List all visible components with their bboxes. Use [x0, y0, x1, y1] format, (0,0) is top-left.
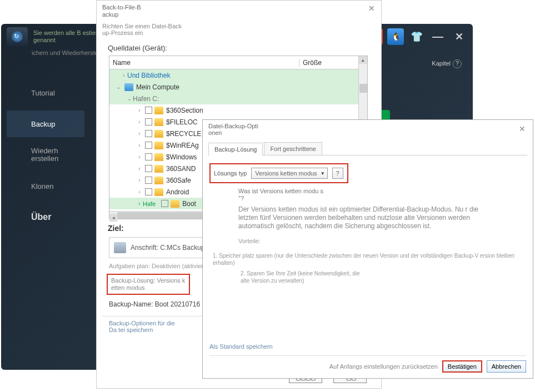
- expand-icon[interactable]: ›: [136, 165, 143, 172]
- solution-type-row: Lösungs typ Versions ketten modus ?: [209, 163, 348, 183]
- backup-dialog-subtitle: Richten Sie einen Datei-Back up-Prozess …: [97, 21, 191, 41]
- expand-icon[interactable]: ›: [136, 107, 143, 113]
- close-button[interactable]: ✕: [451, 28, 467, 45]
- tree-disk-c[interactable]: ⌄Hafen C:: [109, 93, 358, 104]
- computer-icon: [124, 83, 133, 91]
- advantage-2: 2. Sparen Sie Ihre Zeit (keine Notwendig…: [209, 270, 365, 284]
- backup-solution-link[interactable]: Backup-Lösung: Versions k etten modus: [107, 274, 190, 295]
- scroll-up-icon[interactable]: ▴: [359, 56, 367, 64]
- col-size[interactable]: Größe: [299, 59, 355, 67]
- backup-dialog-title: Back-to-File-B ackup: [102, 4, 158, 18]
- checkbox[interactable]: [145, 118, 152, 125]
- folder-icon: [154, 153, 163, 161]
- confirm-button[interactable]: Bestätigen: [442, 360, 482, 373]
- folder-icon: [154, 107, 163, 114]
- solution-type-label: Lösungs typ: [214, 170, 247, 177]
- desc-heading: Was ist Versions ketten modu s "?: [238, 188, 327, 202]
- cancel-button[interactable]: Abbrechen: [487, 360, 526, 373]
- scroll-left-icon[interactable]: ◂: [109, 214, 117, 222]
- checkbox[interactable]: [145, 153, 152, 160]
- skin-icon[interactable]: 👕: [408, 28, 425, 45]
- kapitel-label: Kapitel?: [432, 59, 462, 68]
- tabs: Backup-Lösung Fort geschrittene: [208, 142, 527, 155]
- folder-icon: [154, 118, 163, 126]
- reset-defaults-link[interactable]: Auf Anfangs einstellungen zurücksetzen: [329, 363, 438, 370]
- expand-icon[interactable]: ›: [136, 154, 143, 160]
- app-title: Sie werden alle B estien genannt: [33, 29, 100, 44]
- folder-icon: [154, 188, 163, 196]
- options-dialog: Datei-Backup-Opti onen ✕ Backup-Lösung F…: [202, 119, 533, 379]
- advantages-label: Vorteile:: [238, 237, 497, 245]
- folder-icon: [154, 142, 163, 149]
- options-dialog-title: Datei-Backup-Opti onen: [203, 120, 269, 139]
- expand-icon[interactable]: ›: [121, 72, 127, 78]
- checkbox[interactable]: [145, 177, 152, 184]
- folder-icon: [171, 200, 179, 208]
- checkbox[interactable]: [145, 107, 152, 114]
- help-button[interactable]: ?: [332, 168, 343, 179]
- help-icon[interactable]: ?: [453, 59, 462, 68]
- sidebar-item-backup[interactable]: Backup: [7, 110, 84, 137]
- checkbox[interactable]: [145, 165, 152, 172]
- expand-icon[interactable]: ›: [136, 177, 143, 183]
- collapse-icon[interactable]: ⌄: [126, 96, 133, 102]
- checkbox[interactable]: [145, 142, 152, 149]
- drive-icon: [114, 242, 126, 253]
- backup-dialog-close-icon[interactable]: ✕: [367, 4, 377, 14]
- scroll-thumb[interactable]: [359, 84, 367, 93]
- source-label: Quelldatei (Gerät):: [97, 41, 381, 56]
- folder-icon: [154, 130, 163, 138]
- footer-options-link[interactable]: Backup-Optionen für die Da tei speichern: [97, 316, 191, 334]
- col-name[interactable]: Name: [109, 59, 299, 67]
- tab-advanced[interactable]: Fort geschrittene: [264, 142, 322, 155]
- expand-icon[interactable]: ›: [136, 189, 143, 195]
- expand-icon[interactable]: ›: [136, 142, 143, 148]
- tree-computer[interactable]: ⌄Mein Compute: [109, 81, 358, 93]
- expand-icon[interactable]: ›: [136, 130, 143, 137]
- save-as-default-link[interactable]: Als Standard speichern: [209, 343, 273, 350]
- expand-icon[interactable]: ›: [136, 119, 143, 125]
- app-logo-icon: [7, 27, 28, 46]
- solution-type-dropdown[interactable]: Versions ketten modus: [251, 168, 327, 179]
- expand-icon[interactable]: ›: [136, 200, 143, 207]
- checkbox[interactable]: [145, 130, 152, 137]
- advantage-1: 1. Speicher platz sparen (nur die Unters…: [209, 252, 526, 267]
- checkbox[interactable]: [161, 200, 168, 207]
- qq-icon[interactable]: 🐧: [387, 28, 404, 45]
- collapse-icon[interactable]: ⌄: [115, 84, 122, 90]
- folder-icon: [154, 177, 163, 184]
- tree-item[interactable]: ›$360Section: [109, 104, 358, 116]
- target-path: Anschrift: C:MCs Backup,: [131, 244, 207, 252]
- tree-library[interactable]: ›Und Bibliothek: [109, 69, 358, 81]
- sidebar-item-about[interactable]: Über: [7, 204, 84, 230]
- sidebar: Tutorial Backup Wiederh erstellen Klonen…: [7, 79, 84, 235]
- sidebar-item-restore[interactable]: Wiederh erstellen: [7, 142, 84, 168]
- checkbox[interactable]: [145, 188, 152, 195]
- folder-icon: [154, 165, 163, 173]
- minimize-button[interactable]: —: [429, 28, 446, 45]
- options-dialog-close-icon[interactable]: ✕: [517, 124, 527, 134]
- sidebar-item-tutorial[interactable]: Tutorial: [7, 79, 84, 106]
- desc-paragraph: Der Versions ketten modus ist ein optimi…: [238, 205, 497, 230]
- tab-backup-solution[interactable]: Backup-Lösung: [208, 143, 263, 155]
- sidebar-item-clone[interactable]: Klonen: [7, 173, 84, 199]
